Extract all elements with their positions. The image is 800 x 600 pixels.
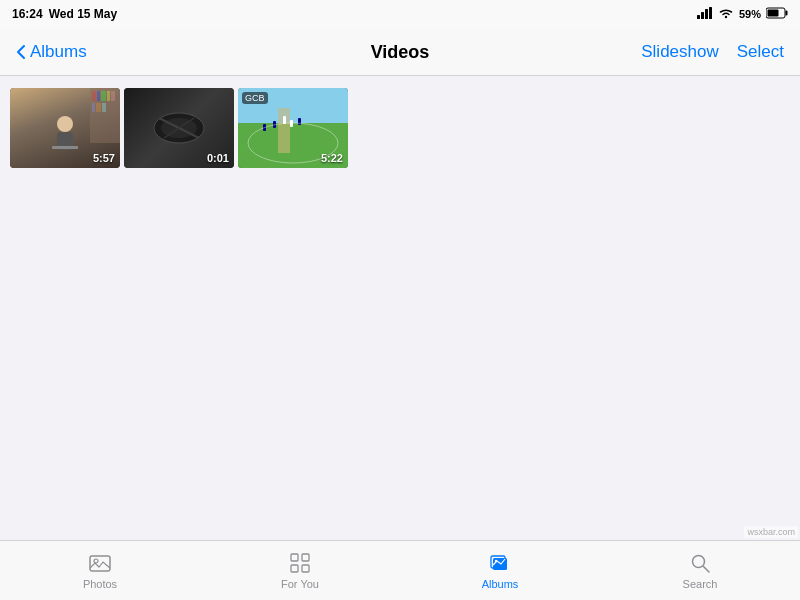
svg-rect-16 xyxy=(111,91,115,101)
tab-search[interactable]: Search xyxy=(600,551,800,590)
battery-icon xyxy=(766,7,788,21)
search-icon xyxy=(688,551,712,575)
status-time: 16:24 xyxy=(12,7,43,21)
svg-rect-1 xyxy=(701,12,704,19)
video-duration-3: 5:22 xyxy=(321,152,343,164)
svg-line-43 xyxy=(704,567,710,573)
back-button[interactable]: Albums xyxy=(16,42,87,62)
tab-albums[interactable]: Albums xyxy=(400,551,600,590)
for-you-icon xyxy=(288,551,312,575)
svg-rect-30 xyxy=(298,118,301,125)
svg-rect-26 xyxy=(278,108,290,153)
svg-rect-28 xyxy=(290,120,293,127)
video-item-3[interactable]: GCB 5:22 xyxy=(238,88,348,168)
svg-rect-7 xyxy=(768,10,779,17)
svg-rect-12 xyxy=(92,91,96,101)
tab-albums-label: Albums xyxy=(482,578,519,590)
svg-rect-3 xyxy=(709,7,712,19)
svg-rect-18 xyxy=(96,103,101,112)
watermark: wsxbar.com xyxy=(744,526,798,538)
video-duration-1: 5:57 xyxy=(93,152,115,164)
slideshow-button[interactable]: Slideshow xyxy=(641,42,719,62)
svg-rect-13 xyxy=(97,91,100,101)
nav-bar: Albums Videos Slideshow Select xyxy=(0,28,800,76)
back-label: Albums xyxy=(30,42,87,62)
svg-point-41 xyxy=(495,560,497,562)
tab-for-you-label: For You xyxy=(281,578,319,590)
svg-rect-37 xyxy=(291,565,298,572)
tab-search-label: Search xyxy=(683,578,718,590)
page-title: Videos xyxy=(371,28,430,76)
video-item-1[interactable]: 5:57 xyxy=(10,88,120,168)
tab-photos[interactable]: Photos xyxy=(0,551,200,590)
status-right: 59% xyxy=(697,7,788,21)
photos-icon xyxy=(88,551,112,575)
nav-actions: Slideshow Select xyxy=(641,42,784,62)
tab-for-you[interactable]: For You xyxy=(200,551,400,590)
wifi-icon xyxy=(718,7,734,21)
svg-point-34 xyxy=(94,559,98,563)
status-date: Wed 15 May xyxy=(49,7,117,21)
svg-rect-27 xyxy=(283,116,286,124)
svg-rect-35 xyxy=(291,554,298,561)
status-bar: 16:24 Wed 15 May 59% xyxy=(0,0,800,28)
signal-icon xyxy=(697,7,713,21)
albums-icon xyxy=(488,551,512,575)
video-grid: 5:57 0:01 xyxy=(0,76,800,180)
svg-rect-6 xyxy=(786,11,788,16)
tab-photos-label: Photos xyxy=(83,578,117,590)
svg-rect-38 xyxy=(302,565,309,572)
video-duration-2: 0:01 xyxy=(207,152,229,164)
battery-percentage: 59% xyxy=(739,8,761,20)
svg-rect-19 xyxy=(102,103,106,112)
svg-rect-17 xyxy=(92,103,95,112)
svg-rect-14 xyxy=(101,91,106,101)
svg-rect-15 xyxy=(107,91,110,101)
tab-bar: Photos For You Albums xyxy=(0,540,800,600)
svg-point-8 xyxy=(57,116,73,132)
svg-rect-0 xyxy=(697,15,700,19)
video-badge-3: GCB xyxy=(242,92,268,104)
status-left: 16:24 Wed 15 May xyxy=(12,7,117,21)
svg-rect-33 xyxy=(90,556,110,571)
svg-point-42 xyxy=(693,556,705,568)
svg-rect-10 xyxy=(52,146,78,149)
video-item-2[interactable]: 0:01 xyxy=(124,88,234,168)
svg-point-4 xyxy=(725,16,727,18)
svg-rect-2 xyxy=(705,9,708,19)
svg-rect-36 xyxy=(302,554,309,561)
select-button[interactable]: Select xyxy=(737,42,784,62)
